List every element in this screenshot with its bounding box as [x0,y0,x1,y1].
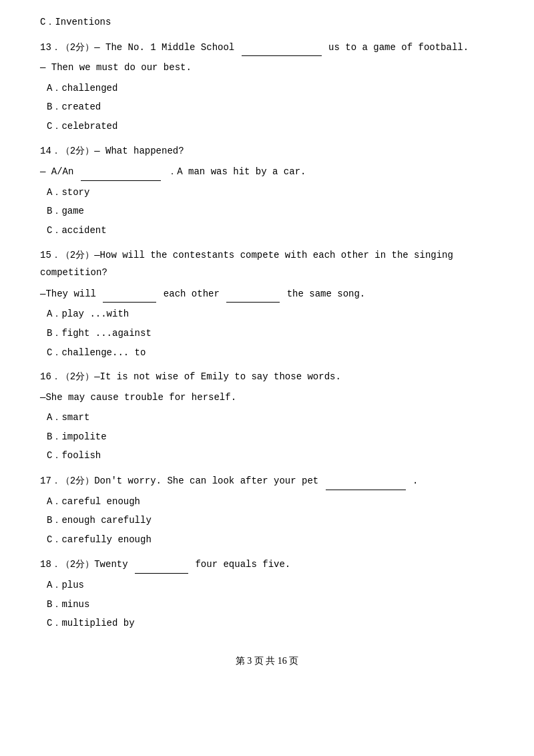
q17-stem-suffix: . [413,476,418,486]
q15-blank1 [103,285,156,303]
q13-response: — Then we must do our best. [40,59,494,77]
q17-option-c: C．carefully enough [40,531,494,549]
q16-stem: 16．（2分）—It is not wise of Emily to say t… [40,368,494,386]
q14-stem: 14．（2分）— What happened? [40,142,494,160]
q13-suffix: us to a game of football. [328,42,469,53]
q15-response-prefix: —They will [40,289,96,299]
q14-option-a: A．story [40,184,494,202]
q13-blank [242,38,322,57]
q15-stem: 15．（2分）—How will the contestants compete… [40,246,494,282]
q18-blank [135,555,188,574]
q15-blank2 [226,285,280,303]
option-c-12: C．Inventions [40,13,494,31]
q15-option-b: B．fight ...against [40,325,494,343]
question-14: 14．（2分）— What happened? — A/An ．A man wa… [40,142,494,240]
q16-response: —She may cause trouble for herself. [40,389,494,407]
q15-suffix: the same song. [287,289,366,299]
q14-option-b: B．game [40,202,494,220]
q18-option-c: C．multiplied by [40,614,494,632]
q17-blank [326,471,406,490]
question-15: 15．（2分）—How will the contestants compete… [40,246,494,362]
q13-stem: 13．（2分）— The No. 1 Middle School us to a… [40,38,494,57]
q18-stem-prefix: 18．（2分）Twenty [40,559,128,570]
q18-option-a: A．plus [40,576,494,594]
q15-mid: each other [164,289,220,299]
option-c-12-text: C．Inventions [40,13,494,31]
q18-option-b: B．minus [40,596,494,614]
q18-stem: 18．（2分）Twenty four equals five. [40,555,494,574]
q16-option-b: B．impolite [40,428,494,446]
q13-label: 13．（2分）— The No. 1 Middle School [40,42,234,53]
page-footer: 第 3 页 共 16 页 [40,652,494,669]
q13-option-b: B．created [40,98,494,116]
question-18: 18．（2分）Twenty four equals five. A．plus B… [40,555,494,632]
page-footer-text: 第 3 页 共 16 页 [236,656,299,666]
q18-stem-suffix: four equals five. [195,559,290,570]
q14-response-suffix: ．A man was hit by a car. [168,166,306,177]
question-16: 16．（2分）—It is not wise of Emily to say t… [40,368,494,465]
q16-option-c: C．foolish [40,447,494,465]
q13-option-a: A．challenged [40,79,494,98]
q14-response-prefix: — A/An [40,166,73,177]
question-17: 17．（2分）Don't worry. She can look after y… [40,471,494,548]
q15-response: —They will each other the same song. [40,285,494,303]
q13-option-c: C．celebrated [40,118,494,136]
q15-option-a: A．play ...with [40,305,494,323]
q14-option-c: C．accident [40,222,494,240]
q17-option-b: B．enough carefully [40,512,494,530]
question-13: 13．（2分）— The No. 1 Middle School us to a… [40,38,494,136]
q16-option-a: A．smart [40,409,494,427]
q14-blank [81,162,161,181]
q17-option-a: A．careful enough [40,493,494,511]
q17-stem: 17．（2分）Don't worry. She can look after y… [40,471,494,490]
q14-response: — A/An ．A man was hit by a car. [40,162,494,181]
q17-stem-prefix: 17．（2分）Don't worry. She can look after y… [40,476,318,486]
q15-option-c: C．challenge... to [40,344,494,362]
